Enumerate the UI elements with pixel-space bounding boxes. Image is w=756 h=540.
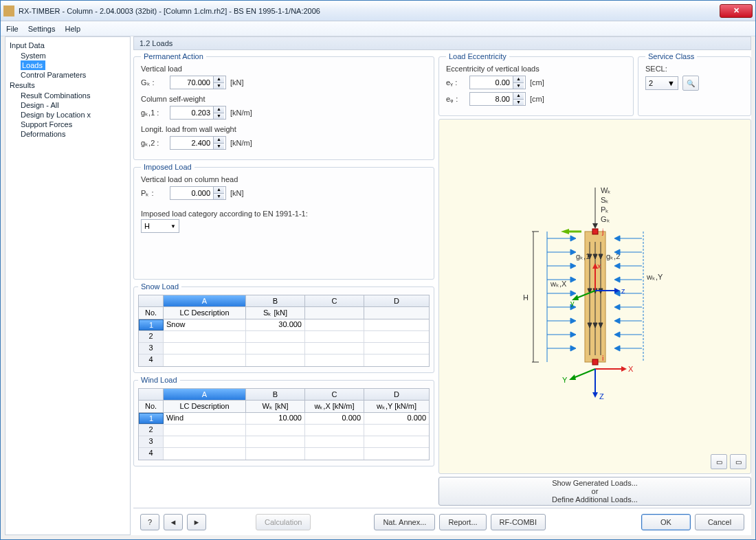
- wind-grid[interactable]: A B C D No. LC Description Wₖ [kN] wₖ,X …: [138, 388, 430, 460]
- svg-text:j: j: [601, 227, 603, 236]
- svg-marker-61: [614, 304, 620, 310]
- svg-marker-57: [614, 277, 620, 282]
- spin-down-icon[interactable]: ▼: [213, 144, 224, 150]
- spin-up-icon[interactable]: ▲: [213, 76, 224, 83]
- snow-grid[interactable]: A B C D No. LC Description Sₖ [kN]: [138, 295, 430, 367]
- spin-down-icon[interactable]: ▼: [213, 113, 224, 120]
- svg-rect-1: [592, 229, 598, 234]
- tree-support-forces[interactable]: Support Forces: [7, 120, 129, 129]
- svc-info-button[interactable]: 🔍: [682, 76, 699, 91]
- ok-button[interactable]: OK: [641, 514, 691, 530]
- svg-text:i: i: [602, 354, 603, 362]
- snow-load-panel: Snow Load A B C D No. LC Desc: [133, 282, 434, 373]
- col-self-weight-label: Column self-weight: [141, 95, 427, 103]
- menu-help[interactable]: Help: [65, 25, 80, 33]
- menu-file[interactable]: File: [6, 25, 19, 33]
- permanent-legend: Permanent Action: [141, 52, 206, 60]
- cm-unit2: [cm]: [530, 95, 544, 103]
- close-button[interactable]: ✕: [720, 4, 753, 18]
- tree-loads[interactable]: Loads: [21, 60, 45, 70]
- svg-text:H: H: [523, 293, 529, 302]
- svg-text:y: y: [570, 299, 575, 307]
- svg-marker-79: [621, 366, 627, 372]
- page-title: 1.2 Loads: [133, 36, 751, 50]
- svg-text:Wₖ: Wₖ: [601, 186, 611, 194]
- svg-text:wₖ,Y: wₖ,Y: [646, 273, 663, 281]
- gk2-label: gₖ,2 :: [141, 139, 166, 148]
- svc-label: SECL:: [645, 65, 744, 73]
- spin-down-icon[interactable]: ▼: [513, 83, 524, 89]
- eccentricity-panel: Load Eccentricity Eccentricity of vertic…: [438, 52, 634, 116]
- imposed-load-panel: Imposed Load Vertical load on column hea…: [133, 163, 434, 280]
- svc-legend: Service Class: [645, 52, 697, 60]
- spin-down-icon[interactable]: ▼: [513, 100, 524, 106]
- svc-combo[interactable]: 2▼: [645, 76, 678, 90]
- ez-label: eᵩ :: [446, 95, 465, 104]
- window-title: RX-TIMBER - Column - 2.04.0003 (32bit) -…: [19, 7, 720, 15]
- nat-annex-button[interactable]: Nat. Annex...: [374, 514, 435, 530]
- svg-marker-82: [569, 374, 576, 380]
- cancel-button[interactable]: Cancel: [695, 514, 744, 530]
- ez-input[interactable]: ▲▼: [469, 92, 526, 106]
- gk-label: Gₖ :: [141, 78, 166, 87]
- diagram-view-button-1[interactable]: ▭: [711, 454, 727, 469]
- prev-button[interactable]: ◄: [164, 514, 183, 530]
- cm-unit: [cm]: [530, 78, 544, 87]
- tree-input-data[interactable]: Input Data: [7, 40, 129, 51]
- tree-design-all[interactable]: Design - All: [7, 100, 129, 110]
- svg-text:z: z: [621, 286, 625, 295]
- app-icon: [3, 5, 14, 16]
- permanent-action-panel: Permanent Action Vertical load Gₖ : ▲▼ […: [133, 52, 434, 160]
- vertical-head-label: Vertical load on column head: [141, 175, 427, 183]
- service-class-panel: Service Class SECL: 2▼ 🔍: [638, 52, 751, 116]
- pk-label: Pₖ :: [141, 189, 166, 198]
- next-button[interactable]: ►: [187, 514, 206, 530]
- gk2-input[interactable]: ▲▼: [170, 136, 226, 150]
- column-diagram: j i Wₖ Sₖ Pₖ Gₖ: [485, 183, 705, 410]
- pk-input[interactable]: ▲▼: [170, 186, 226, 200]
- svg-text:x: x: [597, 262, 601, 270]
- tree-result-combinations[interactable]: Result Combinations: [7, 91, 129, 100]
- gk-input[interactable]: ▲▼: [170, 76, 226, 89]
- longit-label: Longit. load from wall weight: [141, 125, 427, 133]
- svg-text:X: X: [628, 365, 634, 373]
- wind-load-panel: Wind Load A B C D No. LC Desc: [133, 376, 434, 466]
- knm-unit: [kN/m]: [230, 109, 252, 117]
- tree-deformations[interactable]: Deformations: [7, 129, 129, 139]
- svg-marker-85: [592, 392, 598, 398]
- generated-loads-button[interactable]: Show Generated Loads... or Define Additi…: [438, 477, 751, 506]
- svg-text:Gₖ: Gₖ: [601, 215, 610, 223]
- spin-up-icon[interactable]: ▲: [513, 93, 524, 100]
- ecc-title: Eccentricity of vertical loads: [446, 65, 626, 73]
- tree-results[interactable]: Results: [7, 80, 129, 91]
- tree-control-parameters[interactable]: Control Parameters: [7, 70, 129, 80]
- spin-up-icon[interactable]: ▲: [213, 137, 224, 144]
- kn-unit: [kN]: [230, 78, 244, 87]
- gk1-input[interactable]: ▲▼: [170, 106, 226, 120]
- svg-marker-31: [570, 236, 576, 241]
- svg-text:Z: Z: [599, 392, 604, 401]
- category-label: Imposed load category according to EN 19…: [141, 210, 427, 218]
- spin-up-icon[interactable]: ▲: [213, 187, 224, 194]
- category-combo[interactable]: H▼: [141, 219, 179, 233]
- tree-design-x[interactable]: Design by Location x: [7, 110, 129, 120]
- ey-input[interactable]: ▲▼: [469, 76, 526, 89]
- svg-marker-35: [570, 263, 576, 269]
- kn-unit2: [kN]: [230, 189, 244, 197]
- menubar: File Settings Help: [1, 21, 755, 36]
- svg-marker-10: [592, 223, 598, 229]
- rf-combi-button[interactable]: RF-COMBI: [491, 514, 546, 530]
- tree-system[interactable]: System: [7, 51, 129, 60]
- spin-down-icon[interactable]: ▼: [213, 83, 224, 89]
- wind-legend: Wind Load: [138, 376, 180, 384]
- spin-up-icon[interactable]: ▲: [213, 106, 224, 113]
- svg-marker-65: [614, 332, 620, 337]
- spin-down-icon[interactable]: ▼: [213, 194, 224, 200]
- menu-settings[interactable]: Settings: [28, 25, 56, 33]
- diagram-view-button-2[interactable]: ▭: [730, 454, 746, 469]
- spin-up-icon[interactable]: ▲: [513, 76, 524, 83]
- help-button[interactable]: ?: [140, 514, 159, 530]
- calculation-button[interactable]: Calculation: [256, 514, 311, 530]
- chevron-down-icon: ▼: [667, 79, 675, 87]
- report-button[interactable]: Report...: [439, 514, 486, 530]
